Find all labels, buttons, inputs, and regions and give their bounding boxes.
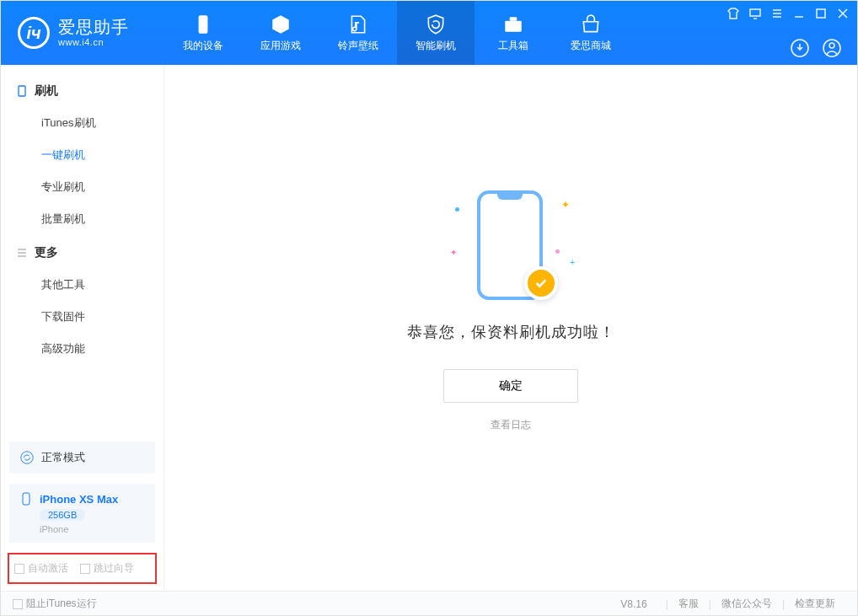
header-right-actions	[790, 38, 842, 58]
svg-rect-10	[23, 493, 29, 505]
device-mode-card[interactable]: 正常模式	[9, 442, 155, 474]
sidebar: 刷机 iTunes刷机 一键刷机 专业刷机 批量刷机 更多 其他工具 下载固件 …	[1, 65, 164, 591]
status-bar: 阻止iTunes运行 V8.16 | 客服 | 微信公众号 | 检查更新	[1, 591, 857, 616]
logo-title: 爱思助手	[58, 18, 129, 37]
app-logo-icon: iч	[18, 17, 50, 49]
close-icon[interactable]	[837, 8, 849, 19]
sidebar-item-download-firmware[interactable]: 下载固件	[1, 301, 164, 333]
sync-mode-icon	[19, 450, 35, 465]
nav-apps-games[interactable]: 应用游戏	[242, 1, 319, 65]
svg-rect-2	[510, 17, 517, 20]
phone-outline-icon	[16, 85, 28, 97]
device-name: iPhone XS Max	[40, 493, 118, 506]
menu-icon[interactable]	[771, 8, 783, 19]
minimize-icon[interactable]	[793, 8, 805, 19]
device-type: iPhone	[40, 524, 145, 534]
music-file-icon	[347, 13, 369, 35]
sidebar-item-itunes-flash[interactable]: iTunes刷机	[1, 107, 164, 139]
window-controls	[727, 8, 849, 19]
checkbox-icon	[13, 599, 23, 609]
nav-store[interactable]: 爱思商城	[552, 1, 630, 65]
svg-point-9	[21, 452, 33, 463]
logo-block: iч 爱思助手 www.i4.cn	[1, 1, 164, 65]
confirm-button[interactable]: 确定	[443, 369, 578, 403]
device-capacity: 256GB	[40, 509, 85, 521]
download-center-icon[interactable]	[790, 38, 810, 58]
bottom-options-highlighted: 自动激活 跳过向导	[8, 553, 157, 584]
maximize-icon[interactable]	[815, 8, 827, 19]
sidebar-item-pro-flash[interactable]: 专业刷机	[1, 171, 164, 203]
nav-smart-flash[interactable]: 智能刷机	[397, 1, 475, 65]
shirt-icon[interactable]	[727, 8, 739, 19]
svg-rect-7	[817, 9, 825, 18]
footer-link-wechat[interactable]: 微信公众号	[721, 597, 772, 611]
sidebar-group-more: 更多	[1, 235, 164, 269]
nav-toolbox[interactable]: 工具箱	[475, 1, 552, 65]
hamburger-icon	[16, 247, 28, 259]
toolbox-icon	[502, 13, 524, 35]
checkbox-skip-guide[interactable]: 跳过向导	[80, 561, 134, 576]
success-check-badge-icon	[524, 266, 558, 300]
feedback-icon[interactable]	[749, 8, 761, 19]
nav-my-device[interactable]: 我的设备	[164, 1, 242, 65]
main-content: ✦✦+ 恭喜您，保资料刷机成功啦！ 确定 查看日志	[164, 65, 857, 591]
cube-icon	[270, 13, 292, 35]
device-card[interactable]: iPhone XS Max 256GB iPhone	[9, 484, 155, 543]
phone-icon	[19, 492, 33, 506]
app-header: iч 爱思助手 www.i4.cn 我的设备 应用游戏 铃声壁纸 智能刷机 工具…	[1, 1, 857, 65]
checkbox-auto-activate[interactable]: 自动激活	[14, 561, 68, 576]
svg-rect-8	[19, 86, 25, 96]
checkbox-icon	[14, 564, 24, 574]
view-log-link[interactable]: 查看日志	[491, 418, 531, 432]
sidebar-group-flash: 刷机	[1, 73, 164, 107]
success-message: 恭喜您，保资料刷机成功啦！	[407, 322, 615, 342]
refresh-shield-icon	[425, 13, 447, 35]
sidebar-item-oneclick-flash[interactable]: 一键刷机	[1, 139, 164, 171]
footer-link-support[interactable]: 客服	[678, 597, 699, 611]
svg-point-5	[829, 43, 834, 48]
user-account-icon[interactable]	[822, 38, 842, 58]
sidebar-item-other-tools[interactable]: 其他工具	[1, 269, 164, 301]
logo-subtitle: www.i4.cn	[58, 37, 129, 48]
success-illustration: ✦✦+	[443, 174, 578, 308]
device-mode-label: 正常模式	[41, 450, 85, 465]
checkbox-block-itunes[interactable]: 阻止iTunes运行	[13, 597, 97, 611]
sidebar-item-batch-flash[interactable]: 批量刷机	[1, 203, 164, 235]
shop-icon	[580, 13, 602, 35]
sidebar-item-advanced[interactable]: 高级功能	[1, 333, 164, 365]
nav-ringtone-wallpaper[interactable]: 铃声壁纸	[319, 1, 397, 65]
device-icon	[192, 13, 214, 35]
svg-rect-0	[199, 15, 208, 34]
checkbox-icon	[80, 564, 90, 574]
svg-rect-1	[505, 20, 522, 31]
version-label: V8.16	[620, 598, 646, 610]
footer-link-check-update[interactable]: 检查更新	[795, 597, 835, 611]
svg-rect-6	[750, 9, 760, 16]
